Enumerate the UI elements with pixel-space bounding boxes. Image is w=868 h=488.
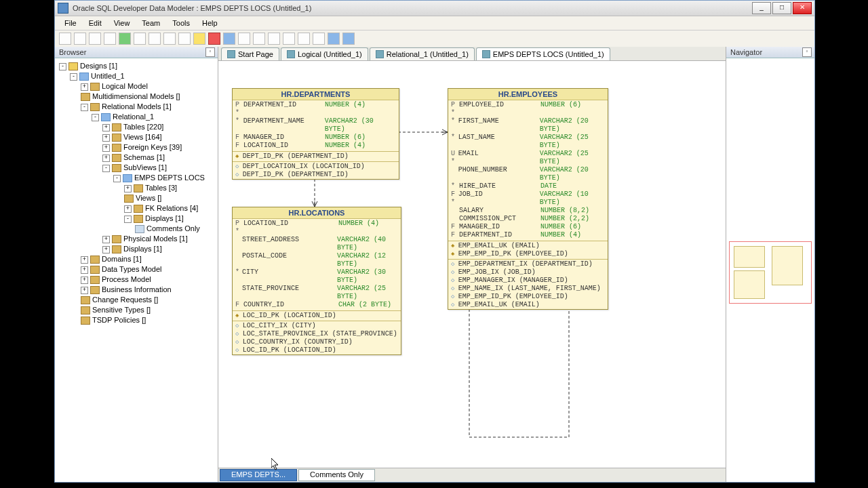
- tool-compare-icon[interactable]: [313, 33, 325, 45]
- browser-header: Browser ▫: [55, 47, 218, 58]
- tool-redo-icon[interactable]: [134, 33, 146, 45]
- tree-multi[interactable]: Multidimensional Models []: [92, 92, 180, 100]
- minimize-button[interactable]: _: [752, 2, 771, 14]
- display-tab-comments[interactable]: Comments Only: [298, 469, 375, 481]
- column-row: U *EMAILVARCHAR2 (25 BYTE): [448, 150, 608, 166]
- tab-logical[interactable]: Logical (Untitled_1): [281, 47, 368, 60]
- tree-sensitive[interactable]: Sensitive Types []: [92, 306, 151, 314]
- entity-departments-title: HR.DEPARTMENTS: [233, 89, 399, 100]
- tree-untitled[interactable]: Untitled_1: [91, 72, 125, 80]
- tree-fkrel[interactable]: FK Relations [4]: [145, 204, 198, 212]
- tool-note-icon[interactable]: [193, 33, 205, 45]
- index-row: LOC_COUNTRY_IX (COUNTRY_ID): [233, 338, 401, 346]
- tree-relmodels[interactable]: Relational Models [1]: [102, 102, 172, 110]
- column-row: SALARYNUMBER (8,2): [448, 207, 608, 215]
- menu-edit[interactable]: Edit: [83, 18, 107, 28]
- column-row: *HIRE_DATEDATE: [448, 182, 608, 190]
- relational-icon: [376, 50, 384, 58]
- index-row: LOC_STATE_PROVINCE_IX (STATE_PROVINCE): [233, 330, 401, 338]
- tool-merge-icon[interactable]: [298, 33, 310, 45]
- tree-process[interactable]: Process Model: [102, 275, 151, 283]
- column-row: STATE_PROVINCEVARCHAR2 (25 BYTE): [233, 285, 401, 301]
- tree-datatypes[interactable]: Data Types Model: [102, 265, 161, 273]
- tree-displays2[interactable]: Displays [1]: [123, 245, 162, 253]
- app-icon: [58, 3, 68, 14]
- entity-departments[interactable]: HR.DEPARTMENTS P *DEPARTMENT_IDNUMBER (4…: [232, 88, 399, 180]
- column-row: *DEPARTMENT_NAMEVARCHAR2 (30 BYTE): [233, 117, 399, 134]
- column-row: *FIRST_NAMEVARCHAR2 (20 BYTE): [448, 117, 608, 134]
- menu-team[interactable]: Team: [136, 18, 165, 28]
- tree-rel1[interactable]: Relational_1: [113, 113, 154, 121]
- column-row: STREET_ADDRESSVARCHAR2 (40 BYTE): [233, 236, 401, 252]
- toolbar: [55, 30, 814, 47]
- close-button[interactable]: ✕: [793, 2, 812, 14]
- tree-comments[interactable]: Comments Only: [146, 224, 200, 232]
- tree-tsdp[interactable]: TSDP Policies []: [92, 316, 146, 324]
- tree-business[interactable]: Business Information: [102, 285, 172, 293]
- menu-view[interactable]: View: [108, 18, 136, 28]
- tree-emps[interactable]: EMPS DEPTS LOCS: [134, 174, 205, 182]
- tool-fit-icon[interactable]: [268, 33, 280, 45]
- menu-help[interactable]: Help: [197, 18, 223, 28]
- tree-changes[interactable]: Change Requests []: [92, 296, 158, 304]
- tree-views[interactable]: Views [164]: [123, 133, 162, 141]
- entity-employees-title: HR.EMPLOYEES: [448, 89, 608, 100]
- tool-pointer-icon[interactable]: [59, 33, 71, 45]
- tool-zoom-in-icon[interactable]: [238, 33, 250, 45]
- tab-relational[interactable]: Relational_1 (Untitled_1): [370, 47, 475, 60]
- index-row: LOC_CITY_IX (CITY): [233, 322, 401, 330]
- tool-relation-icon[interactable]: [178, 33, 191, 45]
- index-row: DEPT_ID_PK (DEPARTMENT_ID): [233, 171, 399, 179]
- tab-subview[interactable]: EMPS DEPTS LOCS (Untitled_1): [476, 47, 610, 60]
- subview-icon: [482, 50, 490, 58]
- tool-layout-icon[interactable]: [283, 33, 295, 45]
- index-row: EMP_EMAIL_UK (EMAIL): [448, 301, 608, 309]
- nav-pin-icon[interactable]: ▫: [802, 47, 812, 57]
- tree-schemas[interactable]: Schemas [1]: [123, 153, 165, 161]
- tool-grid-icon[interactable]: [74, 33, 86, 45]
- tool-import-icon[interactable]: [104, 33, 116, 45]
- tool-save-icon[interactable]: [89, 33, 101, 45]
- tree-tables[interactable]: Tables [220]: [123, 123, 163, 131]
- tree-logical[interactable]: Logical Model: [102, 82, 148, 90]
- maximize-button[interactable]: □: [772, 2, 791, 14]
- index-row: EMP_EMP_ID_PK (EMPLOYEE_ID): [448, 293, 608, 301]
- tree-subtables[interactable]: Tables [3]: [145, 184, 177, 192]
- column-row: FMANAGER_IDNUMBER (6): [448, 223, 608, 231]
- tool-nav-left-icon[interactable]: [223, 33, 235, 45]
- entity-departments-pk: DEPT_ID_PK (DEPARTMENT_ID): [233, 152, 399, 161]
- tool-zoom-out-icon[interactable]: [253, 33, 265, 45]
- tool-entity-icon[interactable]: [149, 33, 161, 45]
- titlebar[interactable]: Oracle SQL Developer Data Modeler : EMPS…: [55, 1, 814, 16]
- tab-start[interactable]: Start Page: [221, 47, 279, 60]
- browser-title: Browser: [59, 48, 86, 56]
- tool-back-icon[interactable]: [328, 33, 340, 45]
- navigator-thumbnail[interactable]: [729, 241, 812, 304]
- index-row: DEPT_LOCATION_IX (LOCATION_ID): [233, 163, 399, 171]
- tool-view-icon[interactable]: [163, 33, 176, 45]
- menu-file[interactable]: File: [59, 18, 82, 28]
- tree-displays[interactable]: Displays [1]: [145, 214, 184, 222]
- tree-subviewsn[interactable]: Views []: [136, 194, 161, 202]
- tree-domains[interactable]: Domains [1]: [102, 255, 142, 263]
- entity-locations-title: HR.LOCATIONS: [233, 207, 401, 219]
- entity-locations[interactable]: HR.LOCATIONS P *LOCATION_IDNUMBER (4)STR…: [232, 207, 401, 355]
- tree-designs[interactable]: Designs [1]: [80, 62, 117, 70]
- browser-tree[interactable]: -Designs [1] -Untitled_1 +Logical Model …: [55, 58, 218, 482]
- menubar: File Edit View Team Tools Help: [55, 16, 814, 30]
- tree-fkeys[interactable]: Foreign Keys [39]: [123, 143, 182, 151]
- index-row: EMP_EMP_ID_PK (EMPLOYEE_ID): [448, 250, 608, 258]
- pin-icon[interactable]: ▫: [205, 47, 215, 57]
- column-row: FMANAGER_IDNUMBER (6): [233, 134, 399, 142]
- column-row: *CITYVARCHAR2 (30 BYTE): [233, 268, 401, 285]
- menu-tools[interactable]: Tools: [167, 18, 195, 28]
- tool-forward-icon[interactable]: [342, 33, 355, 45]
- tree-physical[interactable]: Physical Models [1]: [123, 235, 188, 243]
- tool-delete-icon[interactable]: [208, 33, 220, 45]
- diagram-canvas[interactable]: HR.DEPARTMENTS P *DEPARTMENT_IDNUMBER (4…: [218, 61, 726, 468]
- display-tab-emps[interactable]: EMPS DEPTS...: [220, 469, 297, 481]
- index-row: EMP_NAME_IX (LAST_NAME, FIRST_NAME): [448, 285, 608, 293]
- tree-subviews[interactable]: SubViews [1]: [123, 163, 167, 171]
- entity-employees[interactable]: HR.EMPLOYEES P *EMPLOYEE_IDNUMBER (6) *F…: [448, 88, 608, 310]
- tool-run-icon[interactable]: [119, 33, 131, 45]
